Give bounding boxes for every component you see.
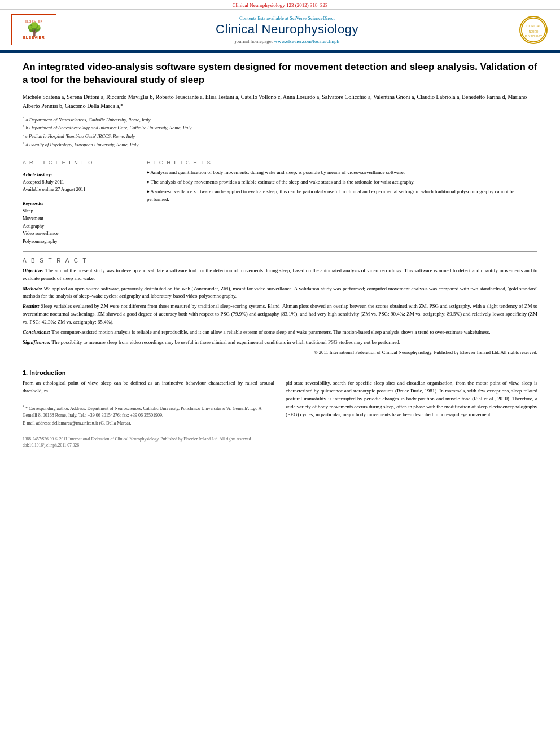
intro-right-col: pid state reversibility, search for spec…: [286, 379, 537, 427]
history-title: Article history:: [23, 172, 127, 177]
results-label: Results:: [23, 303, 40, 309]
intro-left-col: From an ethological point of view, sleep…: [23, 379, 274, 427]
available-date: Available online 27 August 2011: [23, 186, 127, 193]
methods-text: We applied an open-source software, prev…: [23, 286, 537, 299]
abstract-conclusions: Conclusions: The computer-assisted motio…: [23, 329, 537, 337]
highlights-text: Analysis and quantification of body move…: [147, 169, 537, 204]
footnote-email: E-mail address: dellamarca@rm.unicatt.it…: [23, 420, 274, 427]
abstract-objective: Objective: The aim of the present study …: [23, 267, 537, 283]
abstract-divider: [23, 251, 537, 252]
introduction-body: From an ethological point of view, sleep…: [23, 379, 537, 427]
affiliation-d: d d Faculty of Psychology, European Univ…: [23, 140, 537, 148]
article-info-col: A R T I C L E I N F O Article history: A…: [23, 160, 135, 245]
elsevier-logo-bottom-text: ELSEVIER: [23, 36, 45, 40]
journal-header: ELSEVIER 🌳 ELSEVIER Contents lists avail…: [0, 10, 560, 51]
intro-para-right: pid state reversibility, search for spec…: [286, 379, 537, 419]
sciverse-link[interactable]: SciVerse ScienceDirect: [290, 15, 335, 21]
significance-label: Significance:: [23, 339, 51, 345]
article-history-block: Article history: Accepted 8 July 2011 Av…: [23, 169, 127, 193]
abstract-heading: A B S T R A C T: [23, 257, 537, 264]
homepage-link[interactable]: www.elsevier.com/locate/clinph: [274, 38, 339, 44]
conclusions-text: The computer-assisted motion analysis is…: [51, 329, 490, 335]
affiliation-a: a a Department of Neurosciences, Catholi…: [23, 115, 537, 124]
highlight-item-3: A video-surveillance software can be app…: [147, 188, 537, 204]
highlights-col: H I G H L I G H T S Analysis and quantif…: [147, 160, 537, 245]
introduction-heading: 1. Introduction: [23, 369, 537, 376]
journal-homepage: journal homepage: www.elsevier.com/locat…: [56, 38, 518, 44]
keywords-block: Keywords: Sleep Movement Actigraphy Vide…: [23, 198, 127, 246]
footnotes-block: * * Corresponding author. Address: Depar…: [23, 401, 274, 427]
body-divider: [23, 361, 537, 361]
bottom-bar: 1388-2457/$36.00 © 2011 International Fe…: [0, 433, 560, 451]
sciverse-prefix: Contents lists available at: [239, 15, 290, 21]
footnote-corresponding: * * Corresponding author. Address: Depar…: [23, 404, 274, 419]
affiliations-block: a a Department of Neurosciences, Catholi…: [23, 115, 537, 148]
objective-label: Objective:: [23, 268, 43, 273]
keyword-sleep: Sleep: [23, 207, 127, 215]
abstract-methods: Methods: We applied an open-source softw…: [23, 285, 537, 301]
affiliation-b: b b Department of Anaesthesiology and In…: [23, 123, 537, 132]
significance-text: The possibility to measure sleep from vi…: [52, 339, 400, 345]
intro-left-text: From an ethological point of view, sleep…: [23, 379, 274, 395]
copyright-line: © 2011 International Federation of Clini…: [23, 349, 537, 356]
intro-para-left: From an ethological point of view, sleep…: [23, 379, 274, 395]
journal-reference-bar: Clinical Neurophysiology 123 (2012) 318–…: [0, 0, 560, 10]
svg-text:NEURO: NEURO: [528, 30, 538, 33]
svg-text:PHYSIOLOGY: PHYSIOLOGY: [524, 34, 541, 37]
bottom-issn: 1388-2457/$36.00 © 2011 International Fe…: [23, 436, 537, 442]
abstract-significance: Significance: The possibility to measure…: [23, 339, 537, 347]
methods-label: Methods:: [23, 286, 42, 291]
keyword-movement: Movement: [23, 215, 127, 222]
elsevier-logo: ELSEVIER 🌳 ELSEVIER: [11, 14, 56, 45]
svg-text:CLINICAL: CLINICAL: [526, 24, 540, 28]
journal-main-title: Clinical Neurophysiology: [56, 22, 518, 37]
authors-text: Michele Scatena a, Serena Dittoni a, Ric…: [23, 94, 527, 109]
affiliation-c: c c Pediatric Hospital 'Bambino Gesù' IR…: [23, 132, 537, 140]
journal-title-block: Contents lists available at SciVerse Sci…: [56, 15, 518, 44]
introduction-section: 1. Introduction From an ethological poin…: [23, 369, 537, 427]
intro-right-text: pid state reversibility, search for spec…: [286, 379, 537, 419]
highlight-item-1: Analysis and quantification of body move…: [147, 169, 537, 177]
authors-line: Michele Scatena a, Serena Dittoni a, Ric…: [23, 93, 537, 111]
emblem-svg: CLINICAL NEURO PHYSIOLOGY: [520, 16, 546, 44]
highlights-heading: H I G H L I G H T S: [147, 160, 537, 165]
keywords-title: Keywords:: [23, 200, 127, 206]
abstract-section: A B S T R A C T Objective: The aim of th…: [23, 257, 537, 357]
section-divider: [23, 155, 537, 155]
main-content: An integrated video-analysis software sy…: [0, 53, 560, 433]
sciverse-line: Contents lists available at SciVerse Sci…: [56, 15, 518, 21]
accepted-date: Accepted 8 July 2011: [23, 178, 127, 186]
keyword-polysomnography: Polysomnography: [23, 238, 127, 246]
abstract-results: Results: Sleep variables evaluated by ZM…: [23, 303, 537, 326]
info-highlights-section: A R T I C L E I N F O Article history: A…: [23, 160, 537, 245]
abstract-text: Objective: The aim of the present study …: [23, 267, 537, 357]
elsevier-logo-tree-icon: 🌳: [27, 23, 42, 36]
article-info-heading: A R T I C L E I N F O: [23, 160, 127, 165]
article-title: An integrated video-analysis software sy…: [23, 61, 537, 87]
keyword-actigraphy: Actigraphy: [23, 222, 127, 230]
journal-ref-text: Clinical Neurophysiology 123 (2012) 318–…: [233, 2, 328, 8]
keyword-video-surveillance: Video surveillance: [23, 230, 127, 238]
emblem-circle: CLINICAL NEURO PHYSIOLOGY: [519, 16, 548, 44]
results-text: Sleep variables evaluated by ZM were not…: [23, 303, 537, 325]
conclusions-label: Conclusions:: [23, 329, 50, 335]
objective-text: The aim of the present study was to deve…: [23, 268, 537, 281]
journal-emblem: CLINICAL NEURO PHYSIOLOGY: [518, 16, 549, 44]
bottom-doi: doi:10.1016/j.clinph.2011.07.026: [23, 442, 537, 448]
highlight-item-2: The analysis of body movements provides …: [147, 178, 537, 186]
